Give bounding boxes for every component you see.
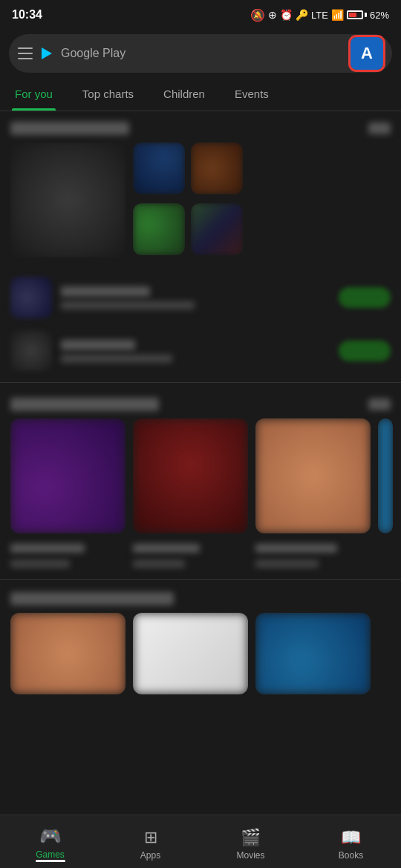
sug-app-desc-2 [133, 560, 185, 568]
key-icon: 🔑 [296, 9, 308, 21]
suggested-card-1[interactable] [10, 418, 125, 533]
teaser-card-row [10, 613, 391, 694]
sug-app-name-3 [255, 544, 337, 553]
sug-app-desc-3 [255, 560, 319, 568]
games-icon: 🎮 [39, 826, 62, 846]
section-header-3 [10, 592, 391, 605]
apps-label: Apps [140, 850, 160, 861]
app-card-2[interactable] [133, 142, 185, 194]
movies-icon: 🎬 [241, 828, 261, 847]
app-name-1 [61, 286, 150, 297]
status-time: 10:34 [12, 8, 42, 22]
app-name-2 [61, 340, 135, 350]
app-info-text-2 [61, 340, 330, 363]
search-bar-left: Google Play [18, 47, 343, 60]
app-info-text-1 [61, 286, 330, 309]
active-indicator [36, 860, 65, 862]
status-icons: 🔕 ⊕ ⏰ 🔑 LTE 📶 62% [250, 8, 389, 22]
app-card-row-top [133, 142, 391, 197]
app-icon-2[interactable] [10, 330, 52, 372]
section-divider-2 [0, 579, 401, 580]
app-card-4[interactable] [133, 203, 185, 255]
suggested-card-2[interactable] [133, 418, 248, 533]
books-icon: 📖 [341, 828, 361, 847]
section-title-1 [10, 122, 129, 135]
hamburger-menu-button[interactable] [18, 47, 33, 59]
tab-top-charts[interactable]: Top charts [68, 80, 149, 111]
notification-off-icon: 🔕 [250, 8, 265, 22]
alarm-icon: ⏰ [280, 9, 293, 21]
tab-events[interactable]: Events [220, 80, 284, 111]
sug-app-name-2 [133, 544, 200, 553]
bottom-nav-books[interactable]: 📖 Books [301, 823, 401, 861]
app-desc-1 [61, 301, 195, 309]
app-card-1[interactable] [10, 142, 125, 257]
app-card-right-column [133, 142, 391, 257]
teaser-card-3[interactable] [255, 613, 371, 694]
install-button-2[interactable] [339, 341, 391, 361]
app-card-5[interactable] [191, 203, 243, 255]
bottom-nav-apps[interactable]: ⊞ Apps [100, 823, 200, 861]
sug-app-name-1 [10, 544, 85, 553]
suggested-labels-row [0, 539, 401, 575]
sug-app-desc-1 [10, 560, 70, 568]
app-info-row-2 [0, 324, 401, 378]
suggested-card-3[interactable] [255, 418, 371, 533]
section-header-1 [10, 122, 391, 135]
section-more-1 [368, 122, 391, 134]
suggested-section [0, 387, 401, 539]
app-icon-1[interactable] [10, 277, 52, 318]
bottom-teaser-section [0, 585, 401, 702]
teaser-card-1[interactable] [10, 613, 125, 694]
section-title-3 [10, 592, 174, 605]
suggested-card-row [10, 418, 391, 533]
google-play-logo [42, 47, 52, 59]
featured-section [0, 111, 401, 271]
battery-percent: 62% [370, 10, 389, 21]
bottom-nav-games[interactable]: 🎮 Games [0, 821, 100, 862]
data-saver-icon: ⊕ [268, 9, 277, 21]
section-more-2 [368, 398, 391, 410]
bottom-nav-movies[interactable]: 🎬 Movies [200, 823, 301, 861]
section-header-2 [10, 398, 391, 411]
teaser-card-2[interactable] [133, 613, 248, 694]
lte-label: LTE [311, 10, 328, 21]
app-card-row-bottom [133, 203, 391, 258]
section-divider-1 [0, 382, 401, 383]
movies-label: Movies [236, 850, 264, 861]
main-content [0, 111, 401, 807]
install-button-1[interactable] [339, 287, 391, 308]
search-bar[interactable]: Google Play A [9, 34, 392, 73]
apps-icon: ⊞ [144, 828, 157, 847]
nav-tabs: For you Top charts Children Events [0, 77, 401, 111]
bottom-navigation: 🎮 Games ⊞ Apps 🎬 Movies 📖 Books [0, 815, 401, 868]
tab-for-you[interactable]: For you [0, 80, 68, 111]
featured-app-row [10, 142, 391, 257]
app-card-3[interactable] [191, 142, 243, 194]
play-triangle-icon [42, 47, 52, 59]
signal-icon: 📶 [331, 9, 344, 21]
section-title-2 [10, 398, 159, 411]
games-label: Games [36, 849, 65, 860]
battery-icon [347, 10, 367, 19]
status-bar: 10:34 🔕 ⊕ ⏰ 🔑 LTE 📶 62% [0, 0, 401, 30]
search-input[interactable]: Google Play [61, 47, 125, 60]
tab-children[interactable]: Children [149, 80, 220, 111]
app-desc-2 [61, 355, 172, 363]
avatar-letter: A [361, 44, 373, 63]
user-avatar-button[interactable]: A [351, 37, 383, 70]
app-info-row-1 [0, 271, 401, 324]
books-label: Books [339, 850, 363, 861]
suggested-card-4[interactable] [378, 418, 393, 533]
